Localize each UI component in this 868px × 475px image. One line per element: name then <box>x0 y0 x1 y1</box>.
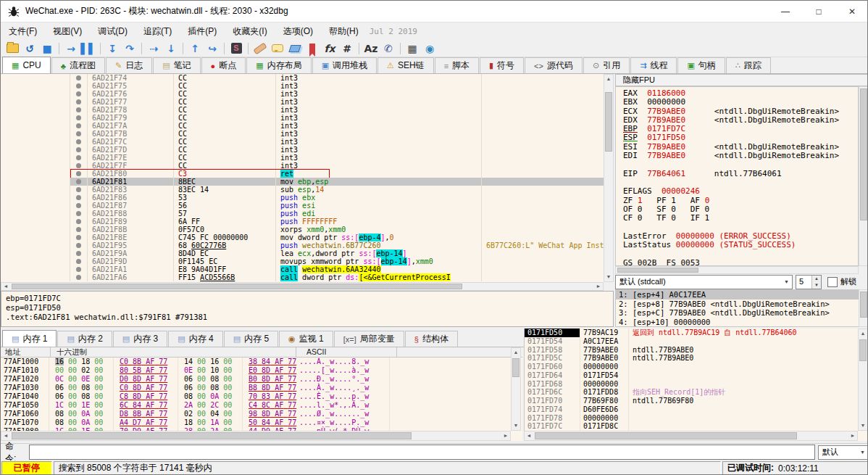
tab-memmap[interactable]: ▦内存布局 <box>246 57 311 73</box>
font-icon[interactable]: Az <box>363 41 379 56</box>
stack-row[interactable]: 0171FD5077B9AC19返回到 ntdll.77B9AC19 自 ntd… <box>525 329 868 337</box>
scroll-right-arrow[interactable]: ► <box>501 431 510 440</box>
registers-vscrollbar[interactable] <box>859 86 868 266</box>
label-icon[interactable] <box>287 41 303 56</box>
stack-row[interactable]: 0171FD5C77B9ABE0ntdll.77B9ABE0 <box>525 354 868 363</box>
tab-breakpoints[interactable]: ●断点 <box>201 57 246 73</box>
register-line[interactable]: EDI 77B9ABE0 <ntdll.DbgUiRemoteBreakin> <box>623 152 858 160</box>
disasm-row[interactable]: 6AD21F7DCCint3 <box>1 146 613 154</box>
step-over-icon[interactable]: ↷ <box>122 41 138 56</box>
register-line[interactable]: GS 002B FS 0053 <box>623 259 858 266</box>
breakpoint-dot-cell[interactable] <box>70 249 88 257</box>
breakpoint-dot-cell[interactable] <box>70 178 88 186</box>
breakpoint-dot-cell[interactable] <box>70 90 88 98</box>
disasm-row[interactable]: 6AD21F7ECCint3 <box>1 154 613 162</box>
breakpoint-dot-cell[interactable] <box>70 122 88 130</box>
breakpoint-dot-cell[interactable] <box>70 82 88 90</box>
stack-row[interactable]: 0171FD7C0171FD8C <box>525 422 868 431</box>
disasm-row[interactable]: 6AD21F8383EC 14sub esp,14 <box>1 186 613 194</box>
scroll-thumb[interactable] <box>12 284 462 289</box>
tab-handles[interactable]: ▣句柄 <box>677 57 725 73</box>
disasm-row[interactable]: 6AD21F8756push esi <box>1 202 613 210</box>
minimize-button[interactable]: — <box>769 1 802 22</box>
breakpoint-dot-cell[interactable] <box>70 234 88 241</box>
dump-tab-struct[interactable]: §结构体 <box>405 331 458 347</box>
stop-icon[interactable]: ■ <box>39 41 55 56</box>
dump-row[interactable]: 77AF10501C 00 1E 006C 84 AF 772A 00 2C 0… <box>1 401 522 410</box>
stack-row[interactable]: 0171FD74D60FE6D6 <box>525 405 868 414</box>
hash-icon[interactable]: # <box>339 41 355 56</box>
scroll-right-arrow[interactable]: ► <box>594 283 603 290</box>
run-icon[interactable]: → <box>63 41 79 56</box>
scroll-track[interactable] <box>533 431 848 440</box>
breakpoint-dot-cell[interactable] <box>70 98 88 106</box>
tab-graph[interactable]: ♣流程图 <box>51 57 105 73</box>
tab-notes[interactable]: ▤笔记 <box>153 57 200 73</box>
disasm-row[interactable]: 6AD21F76CCint3 <box>1 90 613 98</box>
breakpoint-dot-cell[interactable] <box>70 241 88 249</box>
argument-row[interactable]: 4: [esp+10] 00000000 <box>616 318 868 327</box>
tab-cpu[interactable]: ▦CPU <box>2 57 51 73</box>
arguments-vscrollbar[interactable] <box>859 289 868 327</box>
stack-row[interactable]: 0171FD7800000000 <box>525 414 868 423</box>
maximize-button[interactable]: □ <box>802 1 835 22</box>
menu-item[interactable]: 插件(P) <box>180 22 225 40</box>
stack-row[interactable]: 0171FD6000000000 <box>525 363 868 371</box>
tab-symbols[interactable]: ▮符号 <box>480 57 524 73</box>
scroll-left-arrow[interactable]: ◄ <box>525 431 533 440</box>
dump-tab-dump1[interactable]: ▤内存 1 <box>2 330 57 347</box>
calling-convention-select[interactable]: 默认 (stdcall) ▼ <box>615 275 793 289</box>
register-line[interactable]: LastStatus 00000000 (STATUS_SUCCESS) <box>623 241 858 249</box>
disasm-row[interactable]: 6AD21F8857push edi <box>1 210 613 218</box>
breakpoint-dot-cell[interactable] <box>70 74 88 82</box>
disasm-row[interactable]: 6AD21F7BCCint3 <box>1 130 613 138</box>
calculator-icon[interactable]: ▦ <box>404 41 420 56</box>
disassembly-panel[interactable]: 6AD21F74CCint36AD21F75CCint36AD21F76CCin… <box>1 74 614 282</box>
tab-callstack[interactable]: ▣调用堆栈 <box>312 57 377 73</box>
disassembly-vscrollbar[interactable]: ▲ ▼ <box>604 74 614 282</box>
dump-row[interactable]: 77AF100016 00 18 00C0 8B AF 7714 00 16 0… <box>1 358 522 366</box>
scroll-right-arrow[interactable]: ► <box>848 431 857 440</box>
dump-tab-dump3[interactable]: ▤内存 3 <box>113 331 167 347</box>
arguments-list[interactable]: 1: [esp+4] A0C17EEA2: [esp+8] 77B9ABE0 <… <box>615 289 868 327</box>
spin-down-icon[interactable]: ▼ <box>812 282 821 289</box>
scroll-up-arrow[interactable]: ▲ <box>859 329 867 338</box>
menu-item[interactable]: 选项(O) <box>275 22 321 40</box>
disasm-row[interactable]: 6AD21F7ACCint3 <box>1 122 613 130</box>
stack-row[interactable]: 0171FD54A0C17EEA <box>525 337 868 346</box>
dump-vscrollbar[interactable]: ▲ ▼ <box>511 347 521 431</box>
scroll-left-arrow[interactable]: ◄ <box>1 431 10 440</box>
breakpoint-dot-cell[interactable] <box>70 186 88 194</box>
open-file-icon[interactable] <box>4 41 20 56</box>
strings-icon[interactable]: S <box>228 41 244 56</box>
argument-row[interactable]: 3: [esp+C] 77B9ABE0 <ntdll.DbgUiRemoteBr… <box>616 308 868 318</box>
disasm-row[interactable]: 6AD21F818BECmov ebp,esp <box>1 178 613 186</box>
breakpoint-dot-cell[interactable] <box>70 130 88 138</box>
spin-up-icon[interactable]: ▲ <box>812 276 821 282</box>
scroll-track[interactable] <box>512 357 520 421</box>
scroll-up-arrow[interactable]: ▲ <box>512 348 520 357</box>
scroll-thumb[interactable] <box>860 88 867 220</box>
unlock-checkbox-group[interactable]: 解锁 <box>827 276 856 287</box>
scroll-track[interactable] <box>604 83 613 273</box>
scroll-track[interactable] <box>859 290 868 326</box>
command-profile-select[interactable]: 默认 ▼ <box>818 445 868 460</box>
argument-row[interactable]: 2: [esp+8] 77B9ABE0 <ntdll.DbgUiRemoteBr… <box>616 300 868 309</box>
breakpoint-dot-cell[interactable] <box>70 226 88 234</box>
menu-item[interactable]: 帮助(H) <box>321 22 367 40</box>
dump-row[interactable]: 77AF103006 00 08 00C0 8D AF 7706 00 08 0… <box>1 384 522 392</box>
breakpoint-dot-cell[interactable] <box>70 218 88 226</box>
scroll-thumb[interactable] <box>512 358 519 377</box>
disasm-row[interactable]: 6AD21FA1E8 9A04D1FFcall wechatwin.6AA324… <box>1 265 613 273</box>
menu-item[interactable]: 调试(D) <box>90 22 135 40</box>
dump-hscrollbar[interactable]: ◄ ► <box>1 431 511 441</box>
breakpoint-dot-cell[interactable] <box>70 257 88 265</box>
scroll-down-arrow[interactable]: ▼ <box>512 421 520 430</box>
dump-tab-dump4[interactable]: ▤内存 4 <box>168 331 222 347</box>
patch-icon[interactable] <box>252 41 268 56</box>
dump-tab-locals[interactable]: [x=]局部变量 <box>334 331 404 347</box>
scroll-thumb[interactable] <box>860 292 867 318</box>
breakpoint-dot-cell[interactable] <box>70 138 88 146</box>
disasm-row[interactable]: 6AD21F896A FFpush FFFFFFFF <box>1 218 613 226</box>
disasm-row[interactable]: 6AD21F9568 60C2776Bpush wechatwin.6B77C2… <box>1 241 613 249</box>
